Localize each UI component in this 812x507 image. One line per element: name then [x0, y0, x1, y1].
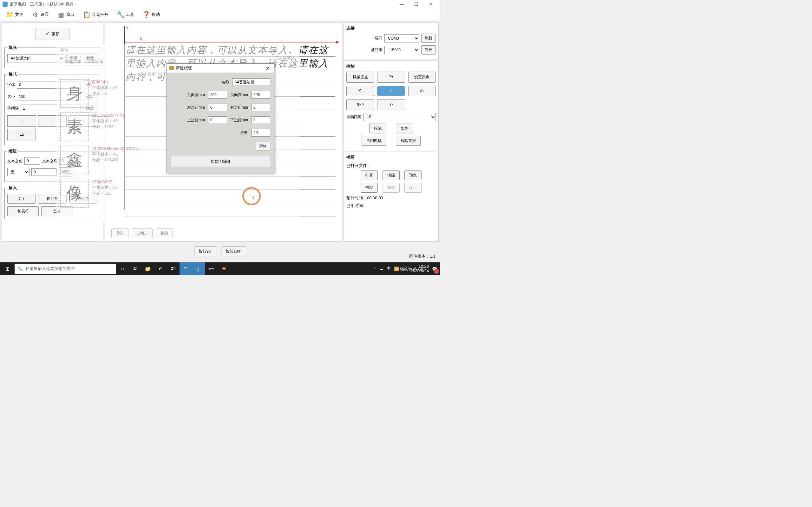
insert-pagebreak-button[interactable]: 分页符: [69, 194, 97, 204]
insert-newline-button[interactable]: 换行符: [38, 194, 66, 204]
dialog-title: 新建纸张: [176, 65, 192, 71]
size-confirm-button[interactable]: 确定: [83, 92, 97, 101]
reset-button[interactable]: 复位: [346, 99, 374, 110]
tray-cloud-icon[interactable]: ☁: [379, 267, 384, 271]
set-origin-button[interactable]: 设置原点: [408, 72, 436, 83]
bottom-margin-input[interactable]: [251, 116, 270, 124]
menu-window[interactable]: ▥窗口: [55, 9, 77, 20]
used-time-label: 已用时间：: [346, 203, 436, 209]
app4-icon[interactable]: ❤: [217, 262, 230, 275]
paper-select[interactable]: A4普通边距: [7, 54, 64, 62]
menu-schedule[interactable]: 📋计划任务: [80, 9, 111, 20]
app1-icon[interactable]: ⬚: [180, 262, 192, 275]
insert-text-button[interactable]: 文字: [7, 194, 36, 204]
machine-home-button[interactable]: 机械原点: [346, 72, 374, 83]
rotate-90-button[interactable]: 旋转90°: [194, 246, 217, 257]
edge-icon[interactable]: e: [154, 262, 167, 275]
jog-distance-select[interactable]: 10: [363, 113, 436, 121]
align-right-button[interactable]: ≡: [68, 115, 97, 127]
menu-tools[interactable]: 🔧工具: [114, 9, 137, 20]
start-button[interactable]: ⊞: [0, 262, 14, 275]
app2-icon[interactable]: ⚓: [192, 262, 205, 275]
dialog-icon: [169, 66, 174, 70]
menu-help[interactable]: ❓帮助: [140, 9, 162, 20]
pause-button[interactable]: 暂停: [383, 183, 400, 193]
menu-settings[interactable]: ⚙设置: [29, 9, 51, 20]
paper-fieldset: 纸张 A4普通边距 编辑 删除: [4, 45, 100, 68]
paper-name-input[interactable]: [232, 78, 270, 86]
opened-file-label: 已打开文件：: [346, 163, 436, 169]
menu-file[interactable]: 📁文件: [3, 9, 26, 20]
paper-delete-button[interactable]: 删除: [83, 54, 97, 63]
rows-input[interactable]: [251, 129, 270, 136]
page-height-input[interactable]: [251, 91, 270, 99]
refresh-button[interactable]: 刷新: [421, 34, 436, 43]
font-input[interactable]: [17, 81, 81, 89]
insert-tab-button[interactable]: 制表符: [7, 206, 39, 216]
import-button[interactable]: 导入: [111, 228, 129, 238]
spacing-confirm-button[interactable]: 确定: [83, 104, 97, 113]
wrench-icon: 🔧: [117, 11, 124, 18]
y-minus-button[interactable]: Y-: [377, 99, 405, 110]
y-plus-button[interactable]: Y+: [377, 72, 405, 83]
taskview-icon[interactable]: ⧉: [129, 262, 142, 275]
cloud-sync-button[interactable]: 云同步: [132, 228, 153, 238]
cortana-icon[interactable]: ○: [116, 262, 129, 275]
top-margin-input[interactable]: [208, 116, 227, 124]
pen-down-button[interactable]: 落笔: [396, 124, 413, 133]
write-button[interactable]: 书写: [361, 183, 378, 193]
paper-edit-button[interactable]: 编辑: [66, 54, 81, 63]
control-box: 控制 机械原点 Y+ 设置原点 X- ⌂ X+ 复位 Y- 点动距离10 抬笔 …: [344, 60, 439, 151]
stop-button[interactable]: 终止: [404, 183, 421, 193]
connection-box: 连接 端口COM3刷新 波特率115200断开: [344, 22, 439, 60]
rotate-180-button[interactable]: 旋转180°: [221, 246, 246, 257]
indent-before-input[interactable]: [24, 157, 40, 165]
indent-type-select[interactable]: 无: [7, 168, 30, 176]
write-box: 书写 已打开文件： 打开 清除 预览 书写 暂停 终止 预计时间：00:00:0…: [344, 152, 439, 242]
explorer-icon[interactable]: 📁: [142, 262, 154, 275]
new-edit-button[interactable]: 新建 / 编辑: [171, 156, 270, 167]
pen-up-button[interactable]: 抬笔: [369, 124, 386, 133]
home-icon-button[interactable]: ⌂: [377, 86, 405, 96]
window-titlebar: 奎享雕刻（正式版）--默认Grbl机器 - — ☐ ✕: [0, 0, 440, 8]
x-plus-button[interactable]: X+: [408, 86, 436, 96]
insert-space-button[interactable]: 空格: [41, 206, 72, 216]
preview-button[interactable]: 预览: [404, 170, 421, 180]
spacing-input[interactable]: [20, 105, 81, 112]
font-confirm-button[interactable]: 确定: [83, 80, 97, 89]
dialog-font-button[interactable]: 字体: [256, 142, 270, 151]
clear-button[interactable]: 清除: [383, 170, 400, 180]
left-margin-input[interactable]: [208, 104, 227, 111]
align-left-button[interactable]: ≡: [7, 115, 36, 127]
port-select[interactable]: COM3: [385, 34, 419, 43]
canvas-delete-button[interactable]: 删除: [156, 228, 173, 238]
indent-after-input[interactable]: [59, 157, 75, 165]
size-input[interactable]: [17, 93, 81, 101]
close-button[interactable]: ✕: [423, 0, 438, 8]
align-center-button[interactable]: ≡: [38, 115, 67, 127]
minimize-button[interactable]: —: [395, 0, 409, 8]
est-time-value: 00:00:00: [367, 195, 383, 200]
taskbar-search[interactable]: 🔍在这里输入你要搜索的内容: [14, 264, 116, 274]
indent-confirm-button[interactable]: 确定: [59, 167, 73, 176]
left-panel: 更新 纸张 A4普通边距 编辑 删除 格式 字体确定 大小确定 字间隔确定 ≡ …: [2, 22, 103, 242]
update-button[interactable]: 更新: [36, 28, 69, 40]
clear-alarm-button[interactable]: 解除警报: [396, 136, 420, 146]
x-minus-button[interactable]: X-: [346, 86, 374, 96]
right-margin-input[interactable]: [251, 104, 270, 111]
search-icon: 🔍: [18, 267, 23, 271]
app3-icon[interactable]: ▭: [205, 262, 217, 275]
open-file-button[interactable]: 打开: [361, 170, 378, 180]
direction-button[interactable]: ⇄: [7, 129, 36, 140]
tray-arrow-icon[interactable]: ˄: [374, 267, 376, 271]
store-icon[interactable]: 🛍: [167, 262, 180, 275]
tray-ime-icon[interactable]: 中: [387, 266, 391, 272]
indent-value-input[interactable]: [32, 168, 57, 176]
motor-off-button[interactable]: 关闭电机: [362, 136, 386, 146]
page-width-input[interactable]: [208, 91, 227, 99]
recorder-watermark: 嗨格式录屏大师: [396, 266, 424, 272]
maximize-button[interactable]: ☐: [409, 0, 423, 8]
disconnect-button[interactable]: 断开: [421, 45, 436, 55]
dialog-close-button[interactable]: ✕: [264, 65, 271, 71]
baud-select[interactable]: 115200: [385, 46, 419, 54]
